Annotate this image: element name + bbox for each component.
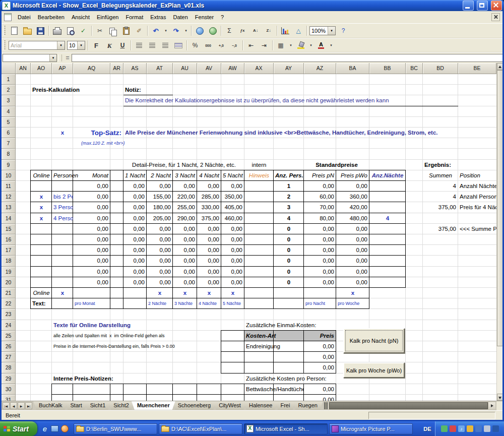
cell-bd12[interactable]: 4 (423, 192, 458, 202)
taskbar-button-2[interactable]: D:\AC\Excel\ExPlan\... (159, 423, 242, 434)
workbook-close-icon[interactable] (491, 13, 500, 21)
cell-aq10[interactable]: Monat (73, 170, 110, 181)
sheet-tab-buchkalk[interactable]: BuchKalk (33, 401, 68, 410)
zoom-select[interactable]: 100%▾ (309, 26, 336, 35)
row-header-20[interactable]: 20 (2, 277, 16, 288)
quick-launch-show-desktop[interactable] (50, 424, 59, 434)
cell-az10[interactable]: Preis pN (304, 170, 336, 181)
cell-ba10[interactable]: Preis pWo (336, 170, 369, 181)
cell-aw21[interactable]: x (221, 288, 244, 298)
drawing-button[interactable]: △ (292, 25, 304, 36)
row-header-12[interactable]: 12 (2, 192, 16, 202)
cell-ap14[interactable]: 4 Personen (52, 213, 73, 224)
row-header-13[interactable]: 13 (2, 202, 16, 213)
align-center-button[interactable] (146, 40, 158, 51)
cell-ay17[interactable]: 0 (274, 245, 304, 256)
row-header-26[interactable]: 26 (2, 341, 16, 352)
cell-as17[interactable]: 0,00 (123, 245, 147, 256)
cell-az13[interactable]: 70,00 (304, 202, 336, 213)
percent-style-button[interactable]: % (189, 40, 201, 51)
cell-av14[interactable]: 375,00 (197, 213, 221, 224)
tray-icon-4[interactable] (467, 425, 473, 432)
format-painter-button[interactable]: ✐ (133, 25, 145, 36)
select-all-corner[interactable] (2, 63, 16, 74)
undo-button[interactable]: ↶ (150, 25, 162, 36)
column-header-au[interactable]: AU (173, 63, 197, 74)
toolbar-grip[interactable] (4, 26, 6, 36)
row-header-15[interactable]: 15 (2, 224, 16, 234)
menu-item-daten[interactable]: Daten (169, 12, 191, 22)
cell-ba15[interactable]: 0,00 (336, 224, 369, 234)
cell-ba20[interactable]: 0,00 (336, 277, 369, 288)
cell-ax24[interactable]: Zusätzliche Einmal-Kosten: (244, 320, 336, 331)
column-header-ao[interactable]: AO (31, 63, 52, 74)
menu-item-einfugen[interactable]: Einfügen (93, 12, 122, 22)
sheet-tab-ruegen[interactable]: Ruegen (292, 401, 323, 410)
sheet-tab-start[interactable]: Start (65, 401, 87, 410)
cell-at19[interactable]: 0,00 (147, 267, 173, 277)
align-left-button[interactable] (133, 40, 145, 51)
tray-icon-5[interactable] (475, 425, 482, 432)
paste-function-button[interactable]: ƒx (236, 25, 248, 36)
cell-az18[interactable]: 0,00 (304, 256, 336, 266)
row-header-6[interactable]: 6 (2, 128, 16, 138)
cell-aq7[interactable]: (max.120 Z. mit <br>) (73, 138, 147, 149)
edit-formula-button[interactable]: = (64, 54, 72, 61)
cell-az15[interactable]: 0,00 (304, 224, 336, 234)
cell-at14[interactable]: 205,00 (147, 213, 173, 224)
column-header-be[interactable]: BE (458, 63, 496, 74)
sheet-tab-citywest[interactable]: CityWest (213, 401, 246, 410)
column-header-at[interactable]: AT (147, 63, 173, 74)
cell-ax26[interactable]: Endreinigung (244, 341, 304, 352)
cell-aw11[interactable]: 0,00 (221, 181, 244, 192)
cell-ay10[interactable]: Anz. Pers. (274, 170, 304, 181)
cell-ap25[interactable]: alle Zeilen und Spalten mit x im Online-… (52, 331, 197, 341)
print-preview-button[interactable] (64, 25, 76, 36)
paste-button[interactable] (120, 25, 132, 36)
cell-ap13[interactable]: 3 Personen (52, 202, 73, 213)
cell-aw14[interactable]: 460,00 (221, 213, 244, 224)
cell-aw15[interactable]: 0,00 (221, 224, 244, 234)
name-box-dropdown-icon[interactable]: ▾ (49, 54, 56, 61)
row-header-31[interactable]: 31 (2, 395, 16, 401)
help-button[interactable]: ? (337, 25, 349, 36)
cell-aw17[interactable]: 0,00 (221, 245, 244, 256)
cell-aq12[interactable]: 0,00 (73, 192, 110, 202)
cell-aq16[interactable]: 0,00 (73, 234, 110, 245)
cell-as18[interactable]: 0,00 (123, 256, 147, 266)
insert-hyperlink-button[interactable] (194, 25, 206, 36)
cell-av16[interactable]: 0,00 (197, 234, 221, 245)
cell-ay16[interactable]: 0 (274, 234, 304, 245)
borders-button[interactable]: ▦ (275, 40, 287, 51)
cell-az25[interactable]: Preis (304, 331, 336, 341)
copy-button[interactable] (107, 25, 119, 36)
cell-ba16[interactable]: 0,00 (336, 234, 369, 245)
cell-at16[interactable]: 0,00 (147, 234, 173, 245)
column-header-aq[interactable]: AQ (73, 63, 110, 74)
cell-ao10[interactable]: Online (31, 170, 52, 181)
language-indicator[interactable]: DE (421, 424, 434, 434)
cell-az11[interactable]: 0,00 (304, 181, 336, 192)
cell-au10[interactable]: 3 Nacht (173, 170, 197, 181)
cell-az16[interactable]: 0,00 (304, 234, 336, 245)
cell-ao21[interactable]: Online (31, 288, 52, 298)
cell-aw10[interactable]: 5 Nacht (221, 170, 244, 181)
row-header-1[interactable]: 1 (2, 74, 16, 85)
cell-aw22[interactable]: 5 Nächte (221, 298, 244, 309)
new-document-button[interactable] (8, 25, 20, 36)
tab-scroll-previous-icon[interactable]: ◀ (10, 402, 17, 409)
cut-button[interactable]: ✂ (94, 25, 106, 36)
cell-ao2[interactable]: Preis-Kalkulation (31, 85, 110, 95)
start-button[interactable]: Start (0, 421, 37, 436)
cell-au12[interactable]: 220,00 (173, 192, 197, 202)
cell-az17[interactable]: 0,00 (304, 245, 336, 256)
cell-az14[interactable]: 80,00 (304, 213, 336, 224)
cell-as16[interactable]: 0,00 (123, 234, 147, 245)
save-button[interactable] (34, 25, 46, 36)
bold-button-button[interactable]: F (90, 40, 102, 51)
column-header-ba[interactable]: BA (336, 63, 369, 74)
toolbar-grip[interactable] (4, 40, 6, 50)
cell-ap24[interactable]: Texte für Online Darstellung (52, 320, 123, 331)
row-header-27[interactable]: 27 (2, 352, 16, 362)
quick-launch-media-player[interactable] (60, 424, 70, 434)
